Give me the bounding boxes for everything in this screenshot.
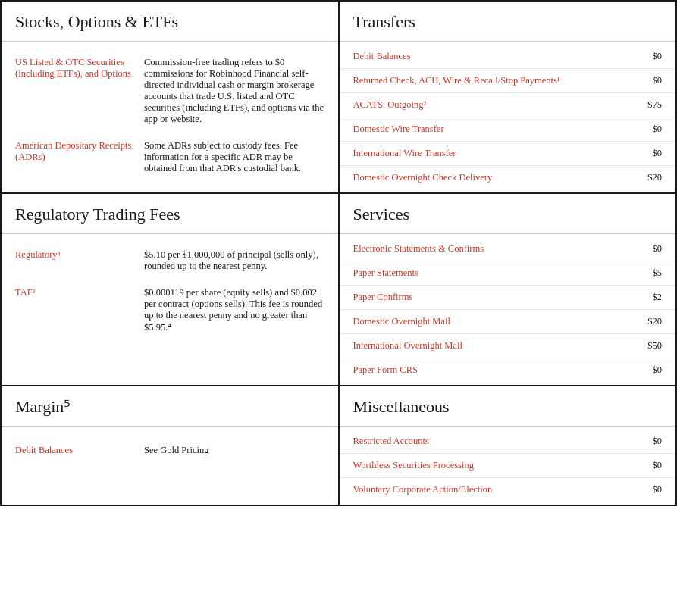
miscellaneous-content: Restricted Accounts $0 Worthless Securit… bbox=[340, 427, 676, 505]
margin-section: Margin⁵ Debit Balances See Gold Pricing bbox=[2, 386, 340, 506]
stocks-row-1: US Listed & OTC Securities (including ET… bbox=[2, 49, 338, 133]
transfers-row-5-amount: $20 bbox=[647, 172, 662, 183]
services-row-3: Domestic Overnight Mail $20 bbox=[340, 310, 676, 334]
margin-row-1: Debit Balances See Gold Pricing bbox=[2, 434, 338, 467]
transfers-row-4-label: International Wire Transfer bbox=[353, 148, 456, 159]
transfers-row-2: ACATS, Outgoing² $75 bbox=[340, 93, 676, 117]
regulatory-section: Regulatory Trading Fees Regulatory³ $5.1… bbox=[2, 194, 340, 386]
services-row-2-amount: $2 bbox=[653, 292, 663, 303]
misc-row-0-label: Restricted Accounts bbox=[353, 436, 429, 447]
reg-row-1-right: $5.10 per $1,000,000 of principal (sells… bbox=[144, 249, 324, 272]
misc-row-2-label: Voluntary Corporate Action/Election bbox=[353, 484, 493, 496]
services-row-3-amount: $20 bbox=[647, 316, 662, 327]
transfers-row-0-label: Debit Balances bbox=[353, 51, 411, 62]
services-content: Electronic Statements & Confirms $0 Pape… bbox=[340, 234, 676, 385]
regulatory-title: Regulatory Trading Fees bbox=[2, 194, 338, 234]
misc-row-1-label: Worthless Securities Processing bbox=[353, 460, 474, 471]
transfers-row-1-amount: $0 bbox=[653, 75, 663, 86]
reg-row-2-left: TAF³ bbox=[15, 287, 144, 333]
transfers-row-3-label: Domestic Wire Transfer bbox=[353, 124, 444, 135]
transfers-section: Transfers Debit Balances $0 Returned Che… bbox=[340, 2, 678, 194]
transfers-row-1: Returned Check, ACH, Wire & Recall/Stop … bbox=[340, 69, 676, 93]
transfers-row-0-amount: $0 bbox=[653, 51, 663, 62]
services-row-4-label: International Overnight Mail bbox=[353, 340, 462, 352]
transfers-row-3: Domestic Wire Transfer $0 bbox=[340, 117, 676, 142]
transfers-row-5-label: Domestic Overnight Check Delivery bbox=[353, 172, 493, 183]
stocks-content: US Listed & OTC Securities (including ET… bbox=[2, 42, 338, 189]
services-row-1-label: Paper Statements bbox=[353, 267, 418, 279]
services-row-4-amount: $50 bbox=[647, 340, 662, 352]
misc-row-1: Worthless Securities Processing $0 bbox=[340, 454, 676, 478]
regulatory-content: Regulatory³ $5.10 per $1,000,000 of prin… bbox=[2, 234, 338, 349]
transfers-row-5: Domestic Overnight Check Delivery $20 bbox=[340, 166, 676, 189]
transfers-row-4-amount: $0 bbox=[653, 148, 663, 159]
services-row-0-amount: $0 bbox=[653, 243, 663, 255]
stocks-section: Stocks, Options & ETFs US Listed & OTC S… bbox=[2, 2, 340, 194]
services-row-5: Paper Form CRS $0 bbox=[340, 358, 676, 382]
transfers-row-4: International Wire Transfer $0 bbox=[340, 142, 676, 166]
miscellaneous-section: Miscellaneous Restricted Accounts $0 Wor… bbox=[340, 386, 678, 506]
misc-row-1-amount: $0 bbox=[653, 460, 663, 471]
misc-row-0: Restricted Accounts $0 bbox=[340, 430, 676, 454]
services-row-1: Paper Statements $5 bbox=[340, 261, 676, 286]
stocks-title: Stocks, Options & ETFs bbox=[2, 2, 338, 42]
services-row-5-amount: $0 bbox=[653, 364, 663, 376]
transfers-title: Transfers bbox=[340, 2, 676, 42]
services-row-2: Paper Confirms $2 bbox=[340, 286, 676, 310]
stocks-row-2-left: American Depositary Receipts (ADRs) bbox=[15, 140, 144, 174]
reg-row-2: TAF³ $0.000119 per share (equity sells) … bbox=[2, 280, 338, 341]
stocks-row-1-right: Commission-free trading refers to $0 com… bbox=[144, 57, 324, 125]
misc-row-2: Voluntary Corporate Action/Election $0 bbox=[340, 478, 676, 502]
services-row-5-label: Paper Form CRS bbox=[353, 364, 418, 376]
margin-content: Debit Balances See Gold Pricing bbox=[2, 427, 338, 474]
services-row-0: Electronic Statements & Confirms $0 bbox=[340, 237, 676, 261]
transfers-row-0: Debit Balances $0 bbox=[340, 45, 676, 69]
services-row-0-label: Electronic Statements & Confirms bbox=[353, 243, 484, 255]
margin-title: Margin⁵ bbox=[2, 386, 338, 427]
misc-row-2-amount: $0 bbox=[653, 484, 663, 496]
stocks-row-2-right: Some ADRs subject to custody fees. Fee i… bbox=[144, 140, 324, 174]
reg-row-1-left: Regulatory³ bbox=[15, 249, 144, 272]
services-row-3-label: Domestic Overnight Mail bbox=[353, 316, 450, 327]
transfers-row-2-label: ACATS, Outgoing² bbox=[353, 99, 427, 111]
stocks-row-1-left: US Listed & OTC Securities (including ET… bbox=[15, 57, 144, 125]
stocks-row-2: American Depositary Receipts (ADRs) Some… bbox=[2, 133, 338, 182]
reg-row-1: Regulatory³ $5.10 per $1,000,000 of prin… bbox=[2, 242, 338, 280]
margin-row-1-left: Debit Balances bbox=[15, 445, 144, 456]
margin-row-1-right: See Gold Pricing bbox=[144, 445, 324, 456]
misc-row-0-amount: $0 bbox=[653, 436, 663, 447]
transfers-row-3-amount: $0 bbox=[653, 124, 663, 135]
services-section: Services Electronic Statements & Confirm… bbox=[340, 194, 678, 386]
transfers-row-1-label: Returned Check, ACH, Wire & Recall/Stop … bbox=[353, 75, 560, 86]
reg-row-2-right: $0.000119 per share (equity sells) and $… bbox=[144, 287, 324, 333]
transfers-content: Debit Balances $0 Returned Check, ACH, W… bbox=[340, 42, 676, 192]
miscellaneous-title: Miscellaneous bbox=[340, 386, 676, 427]
main-grid: Stocks, Options & ETFs US Listed & OTC S… bbox=[0, 0, 677, 506]
services-row-1-amount: $5 bbox=[653, 267, 663, 279]
services-title: Services bbox=[340, 194, 676, 234]
services-row-2-label: Paper Confirms bbox=[353, 292, 413, 303]
services-row-4: International Overnight Mail $50 bbox=[340, 334, 676, 358]
transfers-row-2-amount: $75 bbox=[647, 99, 662, 111]
